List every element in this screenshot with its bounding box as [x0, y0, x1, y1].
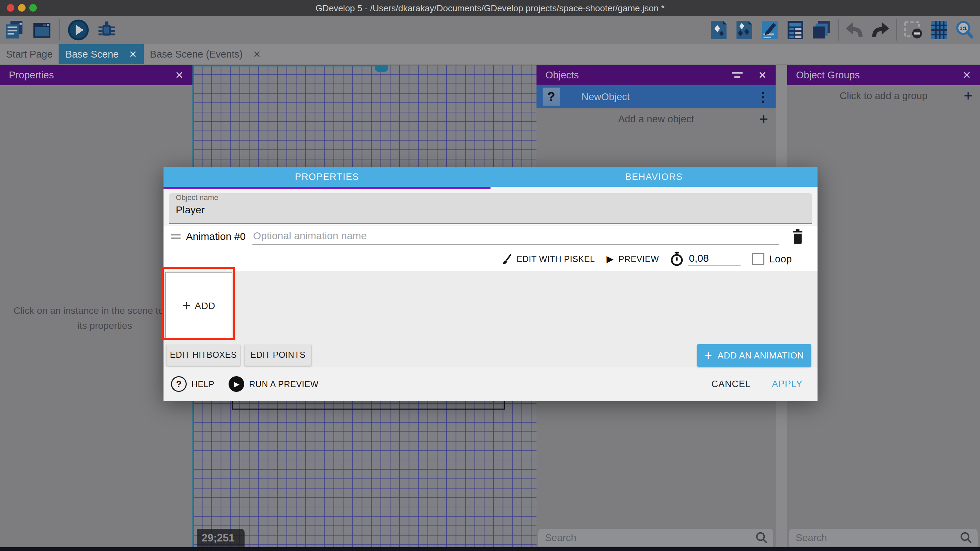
grid-icon[interactable] [930, 20, 948, 40]
edit-with-piskel-button[interactable]: EDIT WITH PISKEL [502, 253, 595, 265]
stopwatch-icon [670, 252, 683, 266]
plus-icon[interactable]: + [759, 110, 768, 127]
panel-title: Object Groups [796, 70, 860, 81]
close-panel-icon[interactable]: ✕ [758, 69, 767, 81]
tab-label: Start Page [6, 49, 52, 60]
zoom-1-1-icon[interactable]: 1:1 [955, 20, 975, 40]
animation-frames-strip: + ADD [164, 271, 818, 344]
scene-window-icon[interactable] [32, 20, 52, 40]
time-between-frames-input[interactable] [688, 252, 741, 266]
groups-search-box[interactable] [789, 529, 978, 546]
add-object-row[interactable]: Add a new object + [536, 108, 776, 129]
dialog-tab-properties[interactable]: PROPERTIES [164, 167, 490, 187]
delete-animation-trash-icon[interactable] [791, 228, 805, 245]
main-toolbar: 1:1 [0, 16, 980, 44]
close-tab-icon[interactable]: ✕ [253, 49, 261, 60]
help-icon: ? [171, 376, 187, 392]
close-tab-icon[interactable]: ✕ [129, 49, 137, 60]
titlebar: GDevelop 5 - /Users/dkarakay/Documents/G… [0, 0, 980, 16]
filter-icon[interactable] [732, 72, 743, 78]
play-circle-icon: ▶ [229, 376, 244, 392]
loop-checkbox[interactable] [752, 253, 764, 265]
object-thumbnail-question-icon: ? [542, 88, 560, 106]
run-a-preview-button[interactable]: ▶ RUN A PREVIEW [229, 376, 318, 392]
panel-title: Properties [9, 70, 54, 81]
object-name-value[interactable]: Player [176, 204, 812, 216]
apply-button[interactable]: APPLY [772, 379, 803, 390]
add-an-animation-button[interactable]: + ADD AN ANIMATION [697, 344, 811, 367]
tab-base-scene[interactable]: Base Scene ✕ [59, 44, 144, 64]
objects-search-input[interactable] [538, 532, 755, 543]
play-icon: ▶ [606, 253, 614, 264]
instances-list-icon[interactable] [786, 20, 805, 40]
canvas-selection-handle[interactable] [375, 65, 388, 72]
close-panel-icon[interactable]: ✕ [175, 69, 184, 81]
drag-handle-icon[interactable] [171, 234, 181, 239]
properties-panel-header: Properties ✕ [0, 65, 192, 85]
gdevelop-window: GDevelop 5 - /Users/dkarakay/Documents/G… [0, 0, 980, 551]
object-name-field[interactable]: Object name Player [169, 193, 812, 224]
help-button[interactable]: ? HELP [171, 376, 214, 392]
edit-properties-icon[interactable] [760, 20, 780, 40]
object-file-icon[interactable] [709, 20, 728, 40]
tab-base-scene-events[interactable]: Base Scene (Events) ✕ [144, 44, 267, 64]
project-manager-icon[interactable] [5, 20, 24, 40]
objects-panel-header: Objects ✕ [536, 65, 776, 85]
time-between-frames-field[interactable] [670, 252, 741, 266]
object-name: NewObject [581, 91, 757, 103]
debug-icon[interactable] [96, 20, 116, 40]
brush-icon [502, 253, 512, 265]
groups-search-input[interactable] [789, 532, 959, 543]
objects-search-box[interactable] [538, 529, 773, 546]
dialog-tabbar: PROPERTIES BEHAVIORS [164, 167, 818, 187]
add-group-row[interactable]: Click to add a group + [787, 85, 980, 106]
plus-icon[interactable]: + [964, 87, 972, 104]
bottom-edge-strip [0, 547, 980, 551]
play-preview-icon[interactable] [68, 19, 89, 41]
editor-tabbar: Start Page Base Scene ✕ Base Scene (Even… [0, 44, 980, 64]
dialog-tab-behaviors[interactable]: BEHAVIORS [490, 167, 818, 187]
tab-start-page[interactable]: Start Page [0, 44, 59, 64]
cursor-coordinates-badge: 29;251 [197, 529, 245, 546]
object-groups-panel-header: Object Groups ✕ [787, 65, 980, 85]
cancel-button[interactable]: CANCEL [711, 379, 751, 390]
tab-label: Base Scene [65, 49, 119, 60]
window-title: GDevelop 5 - /Users/dkarakay/Documents/G… [0, 0, 980, 16]
object-list-item-selected[interactable]: ? NewObject ⋮ [536, 85, 776, 108]
panel-title: Objects [545, 70, 579, 81]
annotation-highlight-box [162, 267, 235, 340]
close-panel-icon[interactable]: ✕ [963, 69, 971, 81]
svg-text:1:1: 1:1 [959, 25, 967, 31]
animation-label: Animation #0 [186, 231, 246, 242]
search-icon [755, 531, 768, 545]
render-mask-icon[interactable] [904, 21, 923, 39]
layers-icon[interactable] [811, 20, 831, 40]
object-editor-dialog: PROPERTIES BEHAVIORS Object name Player … [164, 167, 818, 400]
edit-points-button[interactable]: EDIT POINTS [245, 344, 311, 366]
redo-icon[interactable] [871, 21, 890, 39]
animation-name-input[interactable] [252, 230, 780, 245]
undo-icon[interactable] [845, 21, 864, 39]
dialog-body: Object name Player Animation #0 EDIT WIT… [164, 189, 818, 400]
loop-toggle[interactable]: Loop [752, 253, 792, 265]
tab-label: Base Scene (Events) [150, 49, 243, 60]
search-icon [959, 531, 973, 545]
toolbar-divider [838, 19, 838, 41]
toolbar-divider [896, 19, 897, 41]
objects-file-icon[interactable] [735, 20, 754, 40]
preview-animation-button[interactable]: ▶ PREVIEW [606, 253, 659, 264]
active-tab-indicator [164, 187, 490, 189]
toolbar-divider [59, 19, 60, 41]
canvas-top-border [192, 65, 388, 67]
object-menu-kebab-icon[interactable]: ⋮ [757, 90, 770, 104]
plus-icon: + [705, 352, 712, 359]
object-name-label: Object name [176, 193, 812, 202]
edit-hitboxes-button[interactable]: EDIT HITBOXES [167, 344, 240, 366]
